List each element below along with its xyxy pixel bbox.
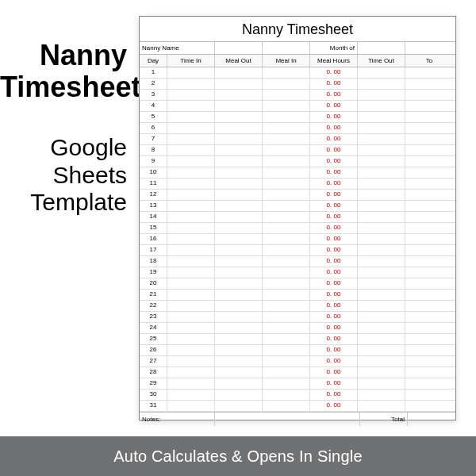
title-line-1: Nanny (40, 39, 127, 71)
meal-out-cell (215, 123, 263, 133)
meal-out-cell (215, 290, 263, 300)
time-in-cell (167, 323, 215, 333)
meal-out-cell (215, 201, 263, 211)
table-row: 70. 00 (140, 134, 455, 145)
month-of-label: Month of (310, 42, 358, 54)
time-out-cell (358, 90, 405, 100)
table-row: 310. 00 (140, 401, 455, 412)
to-cell (405, 256, 453, 267)
time-out-cell (358, 190, 405, 200)
meal-hours-cell: 0. 00 (310, 90, 358, 100)
data-rows: 10. 0020. 0030. 0040. 0050. 0060. 0070. … (140, 67, 455, 412)
time-in-cell (167, 234, 215, 244)
table-row: 40. 00 (140, 101, 455, 112)
table-row: 210. 00 (140, 290, 455, 301)
meal-hours-cell: 0. 00 (310, 301, 358, 311)
to-cell (405, 278, 453, 289)
footer-row: Notes: Total (140, 412, 455, 426)
meal-out-cell (215, 178, 263, 189)
table-row: 110. 00 (140, 178, 455, 190)
col-meal-hours: Meal Hours (310, 55, 358, 67)
meal-in-cell (263, 323, 310, 333)
time-out-cell (358, 401, 405, 411)
to-cell (405, 156, 453, 167)
to-cell (405, 134, 453, 144)
meal-out-cell (215, 390, 263, 400)
to-cell (405, 101, 453, 111)
meal-in-cell (263, 256, 310, 267)
table-row: 200. 00 (140, 278, 455, 290)
meal-out-cell (215, 345, 263, 355)
meal-hours-cell: 0. 00 (310, 223, 358, 233)
to-cell (405, 212, 453, 222)
to-cell (405, 112, 453, 122)
meal-out-cell (215, 79, 263, 89)
time-out-cell (358, 356, 405, 367)
to-cell (405, 267, 453, 278)
table-row: 140. 00 (140, 212, 455, 223)
spacer (405, 42, 453, 54)
time-in-cell (167, 145, 215, 155)
meal-hours-cell: 0. 00 (310, 267, 358, 278)
meal-in-cell (263, 101, 310, 111)
meal-out-cell (215, 401, 263, 411)
meal-in-cell (263, 201, 310, 211)
to-cell (405, 234, 453, 244)
meal-in-cell (263, 67, 310, 78)
meal-hours-cell: 0. 00 (310, 145, 358, 155)
day-cell: 12 (140, 190, 167, 200)
time-out-cell (358, 323, 405, 333)
time-out-cell (358, 334, 405, 344)
time-out-cell (358, 112, 405, 122)
meal-hours-cell: 0. 00 (310, 123, 358, 133)
meal-in-cell (263, 234, 310, 244)
meal-out-cell (215, 145, 263, 155)
day-cell: 19 (140, 267, 167, 278)
title-line-2: Timesheet (0, 71, 140, 103)
day-cell: 16 (140, 234, 167, 244)
meal-in-cell (263, 79, 310, 89)
table-row: 250. 00 (140, 334, 455, 345)
meal-out-cell (215, 356, 263, 367)
day-cell: 20 (140, 278, 167, 289)
to-cell (405, 167, 453, 178)
to-cell (405, 301, 453, 311)
meal-out-cell (215, 156, 263, 167)
meal-out-cell (215, 212, 263, 222)
meal-hours-cell: 0. 00 (310, 334, 358, 344)
col-time-in: Time In (167, 55, 215, 67)
total-label: Total (360, 413, 408, 426)
to-cell (405, 323, 453, 333)
table-row: 260. 00 (140, 345, 455, 356)
table-row: 80. 00 (140, 145, 455, 156)
meal-in-cell (263, 301, 310, 311)
day-cell: 5 (140, 112, 167, 122)
product-subtitle: Google Sheets Template (0, 134, 127, 217)
meal-hours-cell: 0. 00 (310, 390, 358, 400)
meta-row: Nanny Name Month of (140, 41, 455, 54)
day-cell: 29 (140, 378, 167, 389)
time-in-cell (167, 278, 215, 289)
to-cell (405, 334, 453, 344)
time-in-cell (167, 67, 215, 78)
to-cell (405, 123, 453, 133)
time-out-cell (358, 79, 405, 89)
time-in-cell (167, 345, 215, 355)
day-cell: 13 (140, 201, 167, 211)
to-cell (405, 67, 453, 78)
meal-in-cell (263, 367, 310, 378)
day-cell: 18 (140, 256, 167, 267)
to-cell (405, 390, 453, 400)
meal-out-cell (215, 334, 263, 344)
meal-in-cell (263, 134, 310, 144)
table-row: 120. 00 (140, 190, 455, 201)
table-row: 190. 00 (140, 267, 455, 278)
meal-in-cell (263, 378, 310, 389)
meal-hours-cell: 0. 00 (310, 101, 358, 111)
table-row: 290. 00 (140, 378, 455, 390)
table-row: 100. 00 (140, 167, 455, 178)
total-value (408, 413, 455, 426)
meal-in-cell (263, 223, 310, 233)
col-meal-out: Meal Out (215, 55, 263, 67)
meal-in-cell (263, 345, 310, 355)
